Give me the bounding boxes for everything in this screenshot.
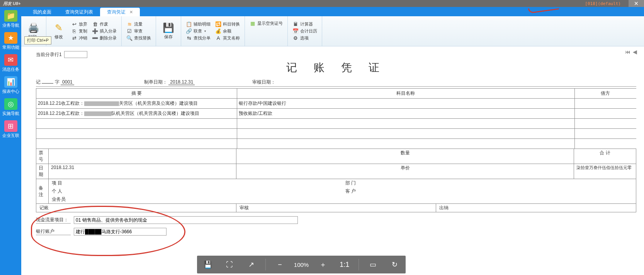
- insert-icon: ➕: [92, 28, 98, 34]
- star-icon: ★: [4, 32, 17, 44]
- cashflow-input[interactable]: [74, 216, 298, 224]
- sidebar-enterprise[interactable]: ⊞ 企业互联: [2, 120, 20, 138]
- tab-desktop[interactable]: 我的桌面: [26, 8, 58, 16]
- first-record-button[interactable]: ⏮: [625, 49, 630, 55]
- account-info: [018](default): [585, 1, 621, 6]
- sidebar-impl[interactable]: ◎ 实施导航: [2, 98, 20, 116]
- abandon-button[interactable]: ↩放弃: [70, 21, 89, 27]
- voucher-content: ⏮ ◀ 当前分录行1 记 账 凭 证 记 字 0001 制单日期： 2018.1…: [28, 46, 644, 275]
- voucher-number[interactable]: 0001: [61, 79, 74, 85]
- reverse-button[interactable]: ⇄冲销: [70, 35, 89, 41]
- table-row[interactable]: 2018.12.21收工程款：关营区（机关营房及公寓楼）建设项目 银行存款/中国…: [36, 99, 637, 109]
- save-button[interactable]: 💾 保存: [159, 18, 178, 44]
- make-date[interactable]: 2018.12.31: [168, 79, 195, 85]
- print-button[interactable]: 🖨️ 打印▾ 打印 Ctrl+P: [24, 18, 43, 44]
- th-subject: 科目名称: [237, 89, 575, 99]
- obsolete-button[interactable]: 🗑作废: [90, 21, 118, 27]
- insert-entry-button[interactable]: ➕插入分录: [90, 28, 118, 34]
- trash-icon: 🗑: [92, 21, 98, 27]
- delete-entry-button[interactable]: ➖删除分录: [90, 35, 118, 41]
- link-query-button[interactable]: 🔗联查▾: [184, 28, 212, 34]
- review-button[interactable]: ☑审查: [125, 28, 153, 34]
- convert-icon: 🔁: [215, 21, 221, 27]
- table-row[interactable]: 2018.12.21收工程款：队机关营区（机关营房及公寓楼）建设项目 预收账款/…: [36, 109, 637, 119]
- detail-icon: 📋: [186, 21, 192, 27]
- table-row[interactable]: [36, 139, 637, 149]
- calculator-icon: 🖩: [292, 21, 299, 27]
- flow-icon: ≋: [126, 21, 133, 27]
- chevron-down-icon: ▾: [204, 29, 206, 33]
- zoom-in-button[interactable]: ＋: [315, 260, 331, 269]
- split-icon: ⇆: [186, 35, 192, 41]
- copy-icon: ⎘: [71, 28, 77, 34]
- fit-width-button[interactable]: ▭: [365, 260, 381, 269]
- viewer-expand-button[interactable]: ⛶: [222, 261, 237, 269]
- record-nav: ⏮ ◀: [625, 49, 637, 55]
- sidebar-messages[interactable]: ✉ 消息任务: [2, 54, 20, 72]
- current-entry-input[interactable]: [64, 51, 87, 58]
- show-empty-button[interactable]: ▦显示空凭证号: [248, 20, 284, 27]
- table-row[interactable]: [36, 129, 637, 139]
- reverse-icon: ⇄: [71, 35, 77, 41]
- viewer-toolbar: 💾 ⛶ ↗ − 100% ＋ 1:1 ▭ ↻: [197, 256, 406, 273]
- english-name-button[interactable]: A英文名称: [214, 35, 241, 41]
- message-icon: ✉: [4, 54, 17, 66]
- tab-close-icon[interactable]: ✕: [129, 10, 133, 15]
- table-row[interactable]: [36, 119, 637, 129]
- find-split-button[interactable]: ⇆查找分单: [184, 35, 212, 41]
- balance-button[interactable]: 💰余额: [214, 28, 241, 34]
- bank-account-input[interactable]: [74, 228, 167, 236]
- tab-voucher-list[interactable]: 查询凭证列表: [58, 8, 100, 16]
- sig-book: 记账: [36, 204, 236, 212]
- ribbon-toolbar: 🖨️ 打印▾ 打印 Ctrl+P ✎ 修改 ↩放弃 ⎘复制 ⇄冲销 🗑作废 ➕插…: [21, 16, 644, 46]
- actual-size-button[interactable]: 1:1: [337, 261, 352, 269]
- sidebar-biznav[interactable]: 📁 业务导航: [2, 10, 20, 28]
- pencil-icon: ✎: [55, 22, 63, 33]
- sig-audit: 审核: [236, 204, 437, 212]
- viewer-share-button[interactable]: ↗: [244, 260, 259, 269]
- review-icon: ☑: [126, 28, 133, 34]
- grid-icon: ⊞: [4, 120, 17, 132]
- sig-cashier: 出纳: [436, 204, 636, 212]
- window-close-button[interactable]: ✕: [629, 0, 644, 7]
- voucher-icon: ▦: [250, 20, 256, 26]
- tab-strip: 我的桌面 查询凭证列表 查询凭证 ✕: [21, 7, 644, 16]
- calendar-icon: 📅: [292, 28, 299, 34]
- copy-button[interactable]: ⎘复制: [70, 28, 89, 34]
- zoom-out-button[interactable]: −: [272, 261, 287, 269]
- delete-icon: ➖: [92, 35, 98, 41]
- sidebar-common[interactable]: ★ 常用功能: [2, 32, 20, 50]
- calculator-button[interactable]: 🖩计算器: [291, 21, 319, 27]
- search-icon: 🔍: [126, 35, 133, 41]
- find-replace-button[interactable]: 🔍查找替换: [125, 35, 153, 41]
- subject-convert-button[interactable]: 🔁科目转换: [214, 21, 241, 27]
- flow-button[interactable]: ≋流量: [125, 21, 153, 27]
- redacted-text: [84, 101, 119, 106]
- app-name: 用友 U8+: [3, 1, 21, 7]
- total-chinese: 柒拾壹万叁仟伍佰伍拾伍元零: [574, 164, 636, 179]
- voucher-table: 摘 要 科目名称 借方 2018.12.21收工程款：关营区（机关营房及公寓楼）…: [36, 88, 636, 149]
- title-bar: 用友 U8+ [018](default) ✕: [0, 0, 644, 7]
- sidebar-reports[interactable]: 📊 报表中心: [2, 76, 20, 94]
- printer-icon: 🖨️: [28, 22, 39, 33]
- prev-record-button[interactable]: ◀: [633, 49, 637, 55]
- viewer-save-button[interactable]: 💾: [200, 260, 216, 269]
- th-summary: 摘 要: [36, 89, 237, 99]
- save-icon: 💾: [163, 22, 174, 33]
- undo-icon: ↩: [71, 21, 77, 27]
- rotate-button[interactable]: ↻: [387, 260, 403, 269]
- edit-button[interactable]: ✎ 修改: [49, 18, 68, 44]
- voucher-title: 记 账 凭 证: [36, 60, 636, 75]
- report-icon: 📊: [4, 76, 17, 88]
- lang-icon: A: [215, 35, 221, 41]
- link-icon: 🔗: [186, 28, 192, 34]
- zoom-level: 100%: [294, 261, 309, 268]
- gear-icon: ⚙: [292, 35, 299, 41]
- tab-voucher-query[interactable]: 查询凭证 ✕: [100, 8, 140, 16]
- compass-icon: ◎: [4, 98, 17, 110]
- balance-icon: 💰: [215, 28, 221, 34]
- print-tooltip: 打印 Ctrl+P: [24, 36, 51, 44]
- options-button[interactable]: ⚙选项: [291, 35, 319, 41]
- aux-detail-button[interactable]: 📋辅助明细: [184, 21, 212, 27]
- calendar-button[interactable]: 📅会计日历: [291, 28, 319, 34]
